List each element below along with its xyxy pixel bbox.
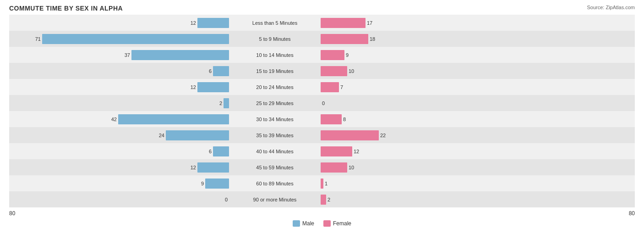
female-section: 10 — [321, 159, 540, 175]
female-bar: 8 — [321, 114, 342, 124]
male-value-label: 12 — [191, 84, 196, 90]
bar-row: 640 to 44 Minutes12 — [9, 143, 635, 159]
legend: Male Female — [9, 220, 635, 227]
male-bar: 6 — [213, 66, 229, 76]
male-section: 9 — [9, 175, 229, 191]
female-section: 8 — [321, 111, 540, 127]
bar-row: 1220 to 24 Minutes7 — [9, 79, 635, 95]
axis-right-label: 80 — [589, 210, 635, 217]
male-section: 71 — [9, 31, 229, 47]
bar-row: 3710 to 14 Minutes9 — [9, 47, 635, 63]
female-value-label: 0 — [322, 100, 325, 106]
female-value-label: 10 — [349, 165, 354, 170]
male-bar: 71 — [42, 34, 229, 44]
male-value-label: 2 — [219, 100, 222, 106]
bar-row: 2435 to 39 Minutes22 — [9, 127, 635, 143]
male-value-label: 0 — [225, 197, 228, 202]
female-section: 7 — [321, 79, 540, 95]
male-bar: 12 — [197, 18, 229, 28]
female-label: Female — [333, 220, 351, 227]
row-label: 5 to 9 Minutes — [229, 36, 321, 42]
row-label: 40 to 44 Minutes — [229, 149, 321, 154]
row-label: 15 to 19 Minutes — [229, 68, 321, 74]
female-section: 0 — [321, 95, 540, 111]
male-section: 37 — [9, 47, 229, 63]
female-value-label: 17 — [367, 20, 372, 26]
female-section: 17 — [321, 15, 540, 31]
male-section: 12 — [9, 159, 229, 175]
male-value-label: 6 — [209, 68, 212, 74]
male-value-label: 24 — [159, 133, 164, 138]
axis-bottom: 80 80 — [9, 208, 635, 218]
bar-row: 12Less than 5 Minutes17 — [9, 15, 635, 31]
female-value-label: 9 — [346, 52, 349, 58]
row-label: 25 to 29 Minutes — [229, 100, 321, 106]
bar-row: 715 to 9 Minutes18 — [9, 31, 635, 47]
male-value-label: 71 — [35, 36, 41, 42]
source-text: Source: ZipAtlas.com — [587, 5, 635, 10]
male-label: Male — [302, 220, 314, 227]
row-label: 90 or more Minutes — [229, 197, 321, 202]
female-section: 1 — [321, 175, 540, 191]
female-bar: 17 — [321, 18, 366, 28]
legend-male: Male — [293, 220, 314, 227]
male-section: 12 — [9, 15, 229, 31]
legend-female: Female — [323, 220, 351, 227]
row-label: Less than 5 Minutes — [229, 20, 321, 26]
male-section: 24 — [9, 127, 229, 143]
male-value-label: 12 — [191, 165, 196, 170]
bar-row: 960 to 89 Minutes1 — [9, 175, 635, 191]
female-bar: 1 — [321, 179, 323, 189]
female-bar: 22 — [321, 130, 379, 140]
row-label: 45 to 59 Minutes — [229, 165, 321, 170]
male-value-label: 6 — [209, 149, 212, 154]
female-bar: 18 — [321, 34, 368, 44]
bar-row: 615 to 19 Minutes10 — [9, 63, 635, 79]
female-value-label: 10 — [349, 68, 354, 74]
female-value-label: 12 — [354, 149, 359, 154]
row-label: 10 to 14 Minutes — [229, 52, 321, 58]
female-section: 18 — [321, 31, 540, 47]
male-bar: 2 — [224, 98, 229, 108]
female-section: 9 — [321, 47, 540, 63]
female-swatch — [323, 220, 331, 227]
female-value-label: 1 — [325, 181, 327, 186]
male-bar: 12 — [197, 82, 229, 92]
male-value-label: 37 — [125, 52, 130, 58]
female-section: 2 — [321, 191, 540, 207]
bar-row: 1245 to 59 Minutes10 — [9, 159, 635, 175]
male-bar: 6 — [213, 146, 229, 156]
bar-row: 225 to 29 Minutes0 — [9, 95, 635, 111]
male-bar: 12 — [197, 162, 229, 173]
female-value-label: 18 — [370, 36, 375, 42]
female-value-label: 7 — [340, 84, 343, 90]
female-bar: 10 — [321, 162, 347, 173]
female-value-label: 22 — [380, 133, 386, 138]
male-section: 0 — [9, 191, 229, 207]
female-value-label: 2 — [327, 197, 330, 202]
male-bar: 24 — [166, 130, 229, 140]
axis-left-label: 80 — [9, 210, 55, 217]
row-label: 35 to 39 Minutes — [229, 133, 321, 138]
row-label: 60 to 89 Minutes — [229, 181, 321, 186]
chart-container: COMMUTE TIME BY SEX IN ALPHA Source: Zip… — [0, 0, 644, 240]
male-section: 6 — [9, 63, 229, 79]
female-section: 22 — [321, 127, 540, 143]
male-bar: 9 — [205, 179, 229, 189]
female-section: 12 — [321, 143, 540, 159]
male-value-label: 9 — [201, 181, 204, 186]
female-bar: 10 — [321, 66, 347, 76]
bar-row: 4230 to 34 Minutes8 — [9, 111, 635, 127]
female-section: 10 — [321, 63, 540, 79]
male-swatch — [293, 220, 300, 227]
chart-title: COMMUTE TIME BY SEX IN ALPHA — [9, 5, 635, 12]
male-bar: 42 — [118, 114, 229, 124]
female-bar: 7 — [321, 82, 339, 92]
female-bar: 12 — [321, 146, 352, 156]
male-value-label: 42 — [111, 117, 117, 122]
female-bar: 9 — [321, 50, 344, 60]
male-section: 12 — [9, 79, 229, 95]
female-bar: 2 — [321, 195, 326, 205]
female-value-label: 8 — [343, 117, 346, 122]
male-bar: 37 — [131, 50, 229, 60]
